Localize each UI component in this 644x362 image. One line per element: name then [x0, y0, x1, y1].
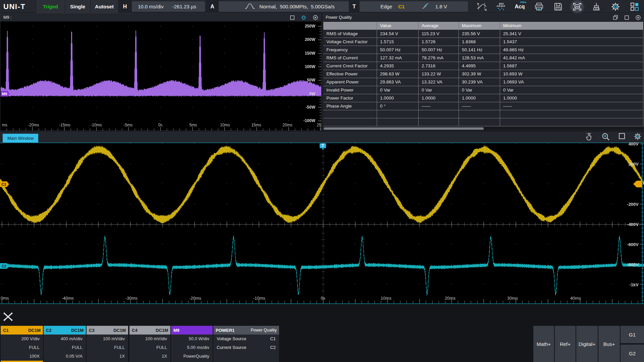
print-icon[interactable]: [529, 0, 548, 13]
horizontal-badge: H: [118, 0, 132, 13]
pq-cell: 10.693 W: [500, 70, 643, 78]
m9-x-label: -5ms: [124, 123, 133, 127]
button-digital[interactable]: Digital+: [576, 326, 598, 362]
pq-cell: 2.7316: [419, 62, 459, 70]
pq-column-header: Average: [419, 22, 459, 30]
pq-cell: 235.56 V: [459, 30, 500, 38]
channel-id: M9: [173, 328, 179, 333]
pq-horizontal-scrollbar[interactable]: [324, 127, 484, 130]
ultra-acquire-icon[interactable]: AcqUltra: [510, 0, 529, 13]
m9-x-label: -20ms: [28, 123, 39, 127]
acq-ultra-badge: Ultra: [520, 1, 526, 4]
pq-cell: 0 °: [377, 102, 419, 110]
touch-drag-icon[interactable]: [586, 133, 593, 141]
button-g1[interactable]: G1: [621, 326, 644, 343]
main-y-label: -400V: [627, 222, 639, 227]
main-x-label: -20ms: [189, 296, 201, 300]
h-scale-value: 10.0 ms/div: [138, 4, 164, 9]
m9-y-label: -50W: [306, 105, 315, 109]
acquire-settings-field[interactable]: Normal, 500.00MPts, 5.00GSa/s: [219, 1, 349, 12]
fft-analysis-icon[interactable]: FFT: [491, 0, 510, 13]
main-waveform-canvas[interactable]: [0, 143, 644, 303]
m9-maximize-icon[interactable]: [290, 15, 294, 20]
pq-cell: [459, 118, 500, 126]
button-ref[interactable]: Ref+: [555, 326, 576, 362]
zoom-in-icon[interactable]: [602, 133, 610, 141]
save-icon[interactable]: [548, 0, 568, 13]
pq-cell: 49.865 Hz: [500, 46, 643, 54]
tab-main-window[interactable]: Main Window: [3, 134, 38, 142]
channel-setting: 200 V/div: [1, 335, 43, 343]
pq-row-label: Effective Power: [323, 70, 377, 78]
pq-close-icon[interactable]: [636, 15, 641, 20]
m9-y-label: -100W: [304, 119, 315, 123]
pq-cell: 50.007 Hz: [419, 46, 459, 54]
window-tab-bar: Main Window: [0, 131, 644, 142]
main-window-tools: [586, 133, 641, 141]
pq-row-label: Frequency: [323, 46, 377, 54]
single-button[interactable]: Single: [65, 0, 90, 13]
maximize-window-icon[interactable]: [619, 133, 625, 139]
screenshot-icon[interactable]: [568, 0, 587, 13]
horizontal-settings-field[interactable]: 10.0 ms/div -261.23 µs: [132, 1, 205, 12]
m9-x-label: 15ms: [251, 123, 261, 127]
trigger-status-button[interactable]: Triged: [36, 0, 65, 13]
button-bus[interactable]: Bus+: [598, 326, 620, 362]
autoset-button[interactable]: Autoset: [90, 0, 118, 13]
trigger-type-value: Edge: [380, 4, 392, 9]
channel-coupling: DC1M: [113, 328, 126, 333]
channel-block-m9[interactable]: M950.0 W/div5.00 ms/divPowerQuality: [171, 326, 213, 362]
m9-math-panel: M9 : 250W200W150W100W50W0W-50W-100W ms-2…: [0, 13, 321, 131]
pq-row-label: [323, 110, 377, 118]
trigger-settings-field[interactable]: Edge C1 1.8 V: [360, 1, 468, 12]
pq-cell: 127.32 mA: [377, 54, 419, 62]
channel-header: M9: [171, 326, 213, 335]
button-math[interactable]: Math+: [533, 326, 554, 362]
acq-text: Acq: [515, 4, 525, 9]
window-layout-icon[interactable]: [625, 0, 644, 13]
m9-waveform-canvas[interactable]: [1, 21, 321, 131]
pq-cell: 4.4995: [459, 62, 500, 70]
pq-cell: 0 Var: [500, 86, 643, 94]
m9-panel-header: M9 :: [0, 13, 321, 21]
pq-column-header: Minimum: [500, 22, 643, 30]
pq-maximize-icon[interactable]: [625, 15, 629, 20]
main-x-label: 0ms: [1, 296, 9, 300]
pq-row-label: Apparent Power: [323, 78, 377, 86]
crossed-tools-icon[interactable]: [3, 312, 13, 323]
pq-row-label: RMS of Voltage: [323, 30, 377, 38]
trigger-level-arrow[interactable]: [633, 180, 642, 189]
right-scroll-strip[interactable]: [642, 143, 643, 303]
power1-type: Power Quality: [251, 328, 277, 333]
pq-copy-icon[interactable]: [613, 15, 618, 20]
power-quality-panel: Power Quality ValueAverageMaximumMinimum…: [322, 13, 644, 131]
m9-plot-area[interactable]: 250W200W150W100W50W0W-50W-100W ms-20ms-1…: [1, 21, 321, 130]
m9-close-icon[interactable]: [313, 15, 318, 20]
pq-cell: 1.0000: [500, 94, 643, 102]
button-g2[interactable]: G2: [621, 345, 644, 362]
m9-x-label: 5ms: [190, 123, 197, 127]
main-y-label: 200V: [629, 162, 639, 166]
channel-block-c1[interactable]: C1DC1M200 V/divFULL100X: [1, 326, 43, 362]
channel-setting: 0.05 V/A: [44, 352, 86, 361]
selected-channel-underline: [1, 361, 43, 362]
channel-block-c2[interactable]: C2DC1M400 mA/divFULL0.05 V/A: [44, 326, 86, 362]
channel-setting: FULL: [1, 343, 43, 352]
window-settings-icon[interactable]: [634, 133, 641, 140]
channel-id: C4: [132, 328, 138, 333]
main-x-label: -40ms: [62, 296, 74, 300]
clear-display-icon[interactable]: [587, 0, 606, 13]
channel-setting: 100 mV/div: [129, 335, 170, 343]
pq-cell: 128.53 mA: [459, 54, 500, 62]
channel-block-c4[interactable]: C4DC1M100 mV/divFULL1X: [129, 326, 170, 362]
m9-settings-icon[interactable]: [301, 15, 306, 20]
channel-block-power1[interactable]: POWER1Power QualityVoltage SourceC1Curre…: [213, 326, 279, 362]
main-y-label: -800V: [627, 262, 639, 267]
settings-gear-icon[interactable]: [606, 0, 625, 13]
main-waveform-window[interactable]: T 400V200V-200V-400V-600V-800V-1kV 0ms-4…: [0, 142, 644, 304]
pq-row-label: Current Crest Factor: [323, 62, 377, 70]
cursor-measure-icon[interactable]: AB: [472, 0, 491, 13]
pq-cell: 298.63 W: [377, 70, 419, 78]
main-x-label: 10ms: [381, 296, 391, 300]
channel-block-c3[interactable]: C3DC1M100 mV/divFULL1X: [87, 326, 128, 362]
